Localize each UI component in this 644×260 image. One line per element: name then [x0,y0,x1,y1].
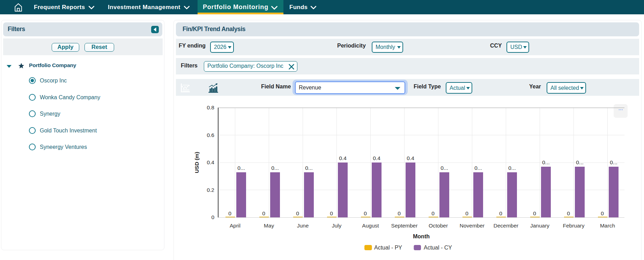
svg-text:0: 0 [567,210,570,216]
svg-text:May: May [264,223,274,229]
svg-text:0.4: 0.4 [207,159,214,165]
svg-text:Actual - CY: Actual - CY [424,245,452,251]
svg-text:October: October [429,223,448,229]
svg-text:0: 0 [364,210,367,216]
svg-text:0...: 0... [508,165,516,171]
svg-text:USD (m): USD (m) [194,152,200,173]
svg-text:January: January [530,223,549,229]
svg-text:0: 0 [398,210,401,216]
svg-text:November: November [460,223,485,229]
svg-text:0.8: 0.8 [207,104,214,110]
svg-text:0: 0 [211,214,214,220]
svg-text:0: 0 [228,210,231,216]
svg-text:0: 0 [431,210,435,216]
svg-text:December: December [494,223,519,229]
svg-text:0...: 0... [305,165,313,171]
svg-text:0.4: 0.4 [373,155,380,161]
svg-text:0...: 0... [237,165,245,171]
svg-text:June: June [297,223,309,229]
svg-text:0: 0 [601,210,604,216]
svg-text:0: 0 [262,210,265,216]
svg-text:Month: Month [413,233,430,239]
svg-text:0...: 0... [542,159,550,165]
svg-text:0: 0 [533,210,536,216]
svg-text:0: 0 [330,210,333,216]
svg-text:August: August [362,223,379,229]
svg-text:March: March [600,223,615,229]
svg-text:0: 0 [296,210,299,216]
svg-text:0...: 0... [610,159,617,165]
svg-text:Actual - PY: Actual - PY [374,245,402,251]
svg-text:July: July [332,223,342,229]
svg-text:0: 0 [465,210,468,216]
svg-text:0.6: 0.6 [207,132,214,138]
svg-text:February: February [563,223,584,229]
svg-text:0.4: 0.4 [407,155,414,161]
svg-text:0.4: 0.4 [339,155,347,161]
svg-text:April: April [230,223,240,229]
svg-text:September: September [391,223,418,229]
svg-text:0...: 0... [271,165,279,171]
svg-text:0...: 0... [441,165,448,171]
svg-text:0: 0 [499,210,502,216]
svg-text:0.2: 0.2 [207,187,214,193]
svg-text:0...: 0... [474,165,482,171]
svg-text:0...: 0... [576,159,584,165]
